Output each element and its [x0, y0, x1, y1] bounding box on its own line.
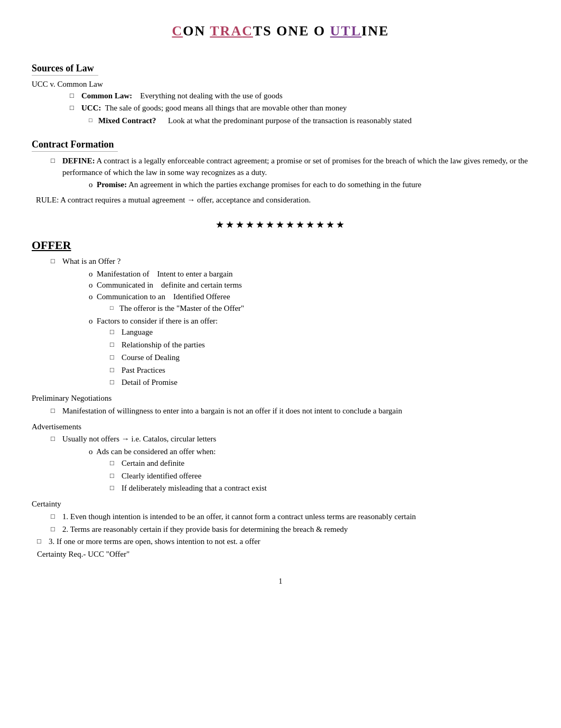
offer-section: OFFER □ What is an Offer ? o Manifestati…	[32, 237, 529, 389]
certainty-heading: Certainty	[32, 499, 529, 510]
bullet-offer: □	[51, 256, 60, 266]
ads-c2-item: □ Clearly identified offeree	[32, 471, 529, 482]
promise-item: o Promise: An agreement in which the par…	[32, 179, 529, 191]
bullet-cert1: □	[51, 512, 60, 522]
offeror-sub-item: □ The offeror is the "Master of the Offe…	[32, 303, 529, 315]
factor-relationship: □ Relationship of the parties	[32, 339, 529, 351]
bullet-offeror: □	[110, 304, 117, 312]
certainty1-item: □ 1. Even though intention is intended t…	[32, 511, 529, 523]
bullet-f1: □	[110, 327, 119, 337]
communication-item: o Communication to an Identified Offeree	[32, 291, 529, 303]
bullet-prelim: □	[51, 406, 60, 416]
bullet-ads-c2: □	[110, 471, 119, 481]
bullet-f2: □	[110, 340, 119, 350]
ads-c3-item: □ If deliberately misleading that a cont…	[32, 483, 529, 494]
bullet-common-law: □	[70, 91, 79, 101]
title-i: I	[361, 23, 368, 39]
bullet-ucc: □	[70, 103, 79, 113]
advertisements-section: Advertisements □ Usually not offers → i.…	[32, 421, 529, 495]
factor-language: □ Language	[32, 327, 529, 338]
page-number: 1	[32, 576, 529, 587]
certainty-req-item: Certainty Req.- UCC "Offer"	[32, 549, 529, 560]
factors-item: o Factors to consider if there is an off…	[32, 316, 529, 327]
manifestation-item: o Manifestation of Intent to enter a bar…	[32, 269, 529, 280]
ucc-item: □ UCC: The sale of goods; good means all…	[32, 103, 529, 114]
title-c1: C	[172, 23, 183, 39]
bullet-ads-usually: □	[51, 434, 60, 444]
certainty2-item: □ 2. Terms are reasonably certain if the…	[32, 524, 529, 536]
prelim-negotiations-section: Preliminary Negotiations □ Manifestation…	[32, 393, 529, 417]
contract-formation-heading: Contract Formation	[32, 137, 118, 152]
rule-text: RULE: A contract requires a mutual agree…	[32, 195, 529, 206]
what-is-offer-item: □ What is an Offer ?	[32, 256, 529, 268]
prelim-text-item: □ Manifestation of willingness to enter …	[32, 406, 529, 417]
offer-heading: OFFER	[32, 237, 529, 254]
contract-formation-section: Contract Formation □ DEFINE: A contract …	[32, 132, 529, 206]
communicated-item: o Communicated in definite and certain t…	[32, 280, 529, 291]
bullet-f5: □	[110, 377, 119, 388]
title-trac: TRA	[210, 23, 242, 39]
title-on: ON	[183, 23, 210, 39]
certainty3-item: □ 3. If one or more terms are open, show…	[32, 536, 529, 548]
ucc-common-law-label: UCC v. Common Law	[32, 79, 529, 90]
bullet-f4: □	[110, 365, 119, 375]
bullet-cert2: □	[51, 524, 60, 535]
title-utl: UTL	[330, 23, 361, 39]
title-ne: NE	[368, 23, 389, 39]
bullet-cert3: □	[37, 537, 46, 547]
factor-course-of-dealing: □ Course of Dealing	[32, 352, 529, 364]
sources-heading: Sources of Law	[32, 61, 98, 76]
mixed-contract-item: □ Mixed Contract? Look at what the predo…	[32, 115, 529, 127]
factor-past-practices: □ Past Practices	[32, 365, 529, 376]
ads-heading: Advertisements	[32, 421, 529, 433]
ads-consider-item: o Ads can be considered an offer when:	[32, 446, 529, 458]
bullet-mixed: □	[89, 116, 96, 125]
prelim-heading: Preliminary Negotiations	[32, 393, 529, 404]
certainty-section: Certainty □ 1. Even though intention is …	[32, 499, 529, 560]
bullet-f3: □	[110, 353, 119, 363]
page-title: CON TRACTS ONE O UTLINE	[32, 21, 529, 41]
ads-usually-item: □ Usually not offers → i.e. Catalos, cir…	[32, 434, 529, 445]
sources-of-law-section: Sources of Law UCC v. Common Law □ Commo…	[32, 56, 529, 127]
define-item: □ DEFINE: A contract is a legally enforc…	[32, 155, 529, 179]
bullet-ads-c1: □	[110, 458, 119, 468]
factor-detail-promise: □ Detail of Promise	[32, 377, 529, 389]
title-ts: TS ONE O	[253, 23, 330, 39]
common-law-item: □ Common Law: Everything not dealing wit…	[32, 90, 529, 102]
title-c2: C	[242, 23, 253, 39]
bullet-ads-c3: □	[110, 483, 119, 493]
stars-divider: ★★★★★★★★★★★★★	[32, 218, 529, 232]
bullet-define: □	[51, 156, 60, 166]
ads-c1-item: □ Certain and definite	[32, 458, 529, 469]
